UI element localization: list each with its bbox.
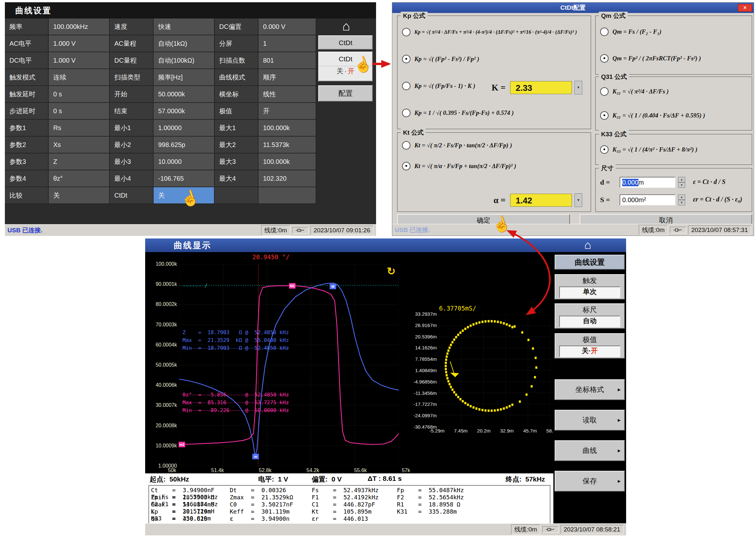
- setting-value[interactable]: 11.5373k: [259, 137, 316, 153]
- setting-value[interactable]: 关: [154, 187, 215, 204]
- on-label[interactable]: 开: [591, 347, 598, 354]
- sidebar-header-curve-settings[interactable]: 曲线设置: [555, 255, 625, 270]
- formula-option[interactable]: Qm = Fs / (F₂ - F₁): [597, 28, 750, 36]
- setting-value[interactable]: Xs: [49, 137, 110, 153]
- admittance-circle-plot[interactable]: [439, 315, 550, 426]
- formula-option[interactable]: Kp = 1 / √( 0.395 · Fs/(Fp-Fs) + 0.574 ): [399, 109, 589, 117]
- dropdown-arrow-icon[interactable]: ▼: [574, 193, 582, 207]
- radio-button[interactable]: [600, 87, 609, 96]
- softkey-group[interactable]: 标尺 自动: [555, 303, 625, 329]
- setting-value[interactable]: 0.000 V: [259, 18, 316, 35]
- settings-row: 频率 100.000kHz 速度 快速 DC偏置 0.000 V: [5, 18, 316, 35]
- softkey-menu-button[interactable]: 保存 ►: [555, 471, 625, 491]
- x-axis-tick-label: 52.8k: [259, 468, 271, 473]
- d-value-input[interactable]: 0.000m: [620, 177, 675, 188]
- spin-down-icon[interactable]: ▼: [678, 182, 685, 188]
- extremum-onoff-toggle[interactable]: 关·开: [559, 346, 620, 357]
- ctdt-tab[interactable]: CtDt: [318, 35, 373, 50]
- setting-value[interactable]: 10.0000: [154, 153, 215, 170]
- trace-marker: m1: [179, 442, 185, 447]
- setting-value[interactable]: 连续: [49, 69, 110, 86]
- s-label: S =: [600, 196, 617, 204]
- setting-value[interactable]: 57.0000k: [154, 103, 215, 120]
- ctdt-onoff-toggle[interactable]: 关·开: [319, 66, 372, 76]
- setting-value[interactable]: 801: [259, 52, 316, 69]
- radio-button[interactable]: ●: [402, 162, 411, 170]
- off-label[interactable]: 关: [582, 347, 589, 354]
- home-icon[interactable]: ⌂: [316, 18, 376, 34]
- softkey-menu-button[interactable]: 读取 ►: [555, 410, 625, 431]
- y-axis-tick-label: -24.0997m: [414, 413, 437, 418]
- softkey-menu-button[interactable]: 曲线 ►: [555, 440, 625, 461]
- radio-button[interactable]: ●: [600, 111, 609, 120]
- setting-value[interactable]: 快速: [154, 18, 215, 35]
- setting-value[interactable]: [259, 187, 316, 204]
- radio-button[interactable]: [402, 141, 411, 150]
- formula-option[interactable]: ● Kt = √( π/α · Fs/Fp + tan(π/2 · ΔF/Fp)…: [399, 162, 589, 170]
- setting-value[interactable]: 自动(100kΩ): [154, 52, 215, 69]
- spin-up-icon[interactable]: ▲: [678, 177, 685, 182]
- setting-value[interactable]: 0 s: [49, 86, 110, 103]
- radio-button[interactable]: ●: [600, 145, 609, 154]
- setting-value[interactable]: 开: [259, 103, 316, 120]
- home-icon[interactable]: ⌂: [584, 239, 591, 251]
- radio-button[interactable]: ●: [402, 55, 411, 63]
- formula-option[interactable]: ● Kp = √( (Fp² - Fs²) / Fp² ): [399, 55, 589, 63]
- softkey-menu-button[interactable]: 坐标格式 ►: [555, 379, 625, 400]
- config-button[interactable]: 配置: [318, 85, 373, 102]
- setting-value[interactable]: 50.0000k: [154, 86, 215, 103]
- softkey-group-extremum[interactable]: 极值 关·开: [555, 333, 625, 358]
- setting-value[interactable]: 100.000k: [259, 120, 316, 137]
- radio-button[interactable]: [600, 28, 609, 36]
- k-value-input[interactable]: 2.33: [510, 81, 572, 94]
- refresh-icon[interactable]: ↻: [387, 265, 396, 278]
- alpha-value-input[interactable]: 1.42: [510, 194, 572, 207]
- setting-value[interactable]: 线性: [259, 86, 316, 103]
- result-cell: Qm = 450.626: [151, 515, 228, 522]
- setting-value[interactable]: 顺序: [259, 69, 316, 86]
- setting-value[interactable]: 1.000 V: [49, 52, 110, 69]
- softkey-group[interactable]: 触发 单次: [555, 274, 625, 299]
- setting-value[interactable]: 1.00000: [154, 120, 215, 137]
- setting-value[interactable]: 自动(1kΩ): [154, 35, 215, 52]
- on-label[interactable]: 开: [348, 67, 355, 75]
- softkey-value[interactable]: 单次: [559, 286, 620, 298]
- s-spinner[interactable]: ▲▼: [678, 194, 685, 205]
- formula-option[interactable]: Kt = √( π/2 · Fs/Fp · tan(π/2 · ΔF/Fp) ): [399, 141, 589, 150]
- setting-label: AC电平: [5, 35, 49, 52]
- setting-label: 参数3: [5, 153, 49, 170]
- setting-value[interactable]: -106.765: [154, 170, 215, 187]
- spin-down-icon[interactable]: ▼: [678, 200, 685, 205]
- radio-button[interactable]: [402, 28, 411, 36]
- s-value-input[interactable]: 0.000m²: [620, 194, 675, 205]
- d-spinner[interactable]: ▲▼: [678, 177, 685, 188]
- setting-value[interactable]: 100.000kHz: [49, 18, 110, 35]
- setting-value[interactable]: 102.320: [259, 170, 316, 187]
- setting-value[interactable]: 1: [259, 35, 316, 52]
- dropdown-arrow-icon[interactable]: ▼: [574, 81, 582, 94]
- dialog-titlebar[interactable]: CtDt配置 ×: [392, 3, 754, 13]
- setting-value[interactable]: Z: [49, 153, 110, 170]
- formula-option[interactable]: Kp = √( π²/4 · ΔF/Fs + π²/4 · (4-π²)/4 ·…: [399, 28, 589, 36]
- setting-value[interactable]: Rs: [49, 120, 110, 137]
- off-label[interactable]: 关: [337, 67, 343, 75]
- setting-value[interactable]: 100.000k: [259, 153, 316, 170]
- setting-value[interactable]: 频率[Hz]: [154, 69, 215, 86]
- frequency-sweep-plot[interactable]: ------ / Z = 18.7903 Ω @ 52.4850 kHzMax …: [179, 264, 399, 466]
- radio-button[interactable]: ●: [600, 54, 609, 63]
- formula-option[interactable]: ● K₃₁ = √( 1 / (0.404 · Fs/ΔF + 0.595) ): [597, 111, 750, 120]
- close-button[interactable]: ×: [738, 4, 752, 12]
- setting-value[interactable]: 1.000 V: [49, 35, 110, 52]
- formula-option[interactable]: ● K₃₃ = √( 1 / (4/π² · Fs/ΔF + 8/π²) ): [597, 145, 750, 154]
- spin-up-icon[interactable]: ▲: [678, 194, 685, 200]
- kp-formula-group: Kp 公式 Kp = √( π²/4 · ΔF/Fs + π²/4 · (4-π…: [397, 16, 591, 129]
- softkey-value[interactable]: 自动: [559, 316, 620, 327]
- radio-button[interactable]: [402, 109, 411, 117]
- formula-option[interactable]: K₃₁ = √( π²/4 · ΔF/Fs ): [597, 87, 750, 96]
- setting-value[interactable]: 0 s: [49, 103, 110, 120]
- setting-value[interactable]: 关: [49, 187, 110, 204]
- radio-button[interactable]: [402, 82, 411, 90]
- formula-option[interactable]: ● Qm = Fp² / ( 2πFsRCT(Fp² - Fs²) ): [597, 54, 750, 63]
- setting-value[interactable]: θz°: [49, 170, 110, 187]
- setting-value[interactable]: 998.625p: [154, 137, 215, 153]
